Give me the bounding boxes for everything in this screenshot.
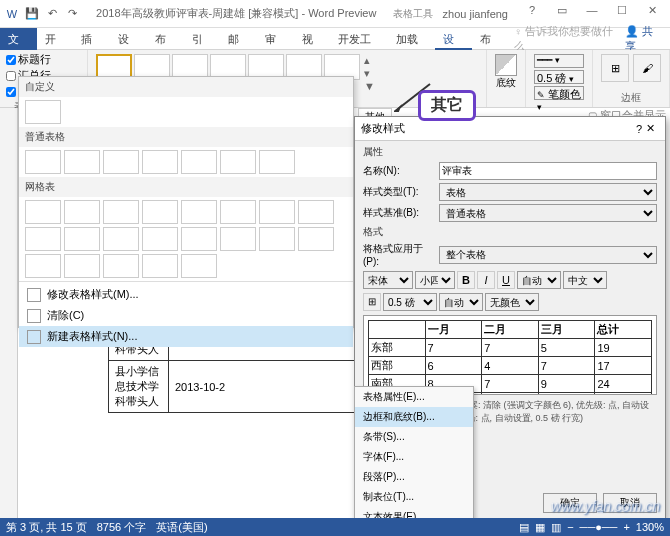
apply-select[interactable]: 整个表格 xyxy=(439,246,657,264)
border-btn[interactable]: ⊞ xyxy=(363,293,381,311)
word-icon: W xyxy=(4,6,20,22)
ribbon-opts-icon[interactable]: ▭ xyxy=(548,4,576,24)
tab-developer[interactable]: 开发工具 xyxy=(330,28,387,50)
menu-new-style[interactable]: 新建表格样式(N)... xyxy=(19,326,353,347)
ctx-tabs[interactable]: 制表位(T)... xyxy=(355,487,473,507)
tab-table-layout[interactable]: 布局 xyxy=(472,28,509,50)
ctx-banding[interactable]: 条带(S)... xyxy=(355,427,473,447)
tab-insert[interactable]: 插入 xyxy=(73,28,110,50)
tab-file[interactable]: 文件 xyxy=(0,28,37,50)
gallery-item[interactable] xyxy=(103,200,139,224)
close-icon[interactable]: ✕ xyxy=(638,4,666,24)
gallery-item[interactable] xyxy=(25,254,61,278)
gallery-item[interactable] xyxy=(64,150,100,174)
gallery-item[interactable] xyxy=(259,227,295,251)
ctx-table-props[interactable]: 表格属性(E)... xyxy=(355,387,473,407)
borders-button[interactable]: ⊞ xyxy=(601,54,629,82)
tab-view[interactable]: 视图 xyxy=(294,28,331,50)
gallery-item[interactable] xyxy=(181,150,217,174)
vertical-ruler xyxy=(0,108,18,518)
callout-other: 其它 xyxy=(418,90,476,121)
tab-table-design[interactable]: 设计 xyxy=(435,28,472,50)
gallery-more-icon[interactable]: ▴▾▼ xyxy=(362,54,377,92)
gallery-item[interactable] xyxy=(142,227,178,251)
view-read-icon[interactable]: ▤ xyxy=(519,521,529,534)
gallery-item[interactable] xyxy=(103,150,139,174)
ctx-font[interactable]: 字体(F)... xyxy=(355,447,473,467)
tab-review[interactable]: 审阅 xyxy=(257,28,294,50)
status-page[interactable]: 第 3 页, 共 15 页 xyxy=(6,520,87,535)
maximize-icon[interactable]: ☐ xyxy=(608,4,636,24)
ctx-paragraph[interactable]: 段落(P)... xyxy=(355,467,473,487)
gallery-item[interactable] xyxy=(103,254,139,278)
style-gallery-dropdown: 自定义 普通表格 网格表 修改表格样式(M)... 清除(C) 新建表格样式(N… xyxy=(18,76,354,328)
view-web-icon[interactable]: ▥ xyxy=(551,521,561,534)
status-lang[interactable]: 英语(美国) xyxy=(156,520,207,535)
redo-icon[interactable]: ↷ xyxy=(64,6,80,22)
gallery-item[interactable] xyxy=(298,200,334,224)
opt-header-row[interactable]: 标题行 xyxy=(6,52,81,67)
shading-button[interactable]: 底纹 xyxy=(493,52,519,92)
gallery-item[interactable] xyxy=(64,227,100,251)
base-select[interactable]: 普通表格 xyxy=(439,204,657,222)
pen-color-select[interactable]: ✎ 笔颜色▾ xyxy=(534,86,584,100)
minimize-icon[interactable]: — xyxy=(578,4,606,24)
lang-select[interactable]: 中文 xyxy=(563,271,607,289)
fill-select[interactable]: 无颜色 xyxy=(485,293,539,311)
border-weight-select[interactable]: 0.5 磅 ▾ xyxy=(534,70,584,84)
tab-addins[interactable]: 加载项 xyxy=(388,28,435,50)
gallery-item[interactable] xyxy=(220,150,256,174)
status-words[interactable]: 8756 个字 xyxy=(97,520,147,535)
border-painter-button[interactable]: 🖌 xyxy=(633,54,661,82)
tell-me[interactable]: ♀ 告诉我你想要做什么 xyxy=(508,24,617,54)
tab-design[interactable]: 设计 xyxy=(110,28,147,50)
underline-button[interactable]: U xyxy=(497,271,515,289)
gallery-item[interactable] xyxy=(181,200,217,224)
undo-icon[interactable]: ↶ xyxy=(44,6,60,22)
zoom-out-icon[interactable]: − xyxy=(567,521,573,533)
help-icon[interactable]: ? xyxy=(518,4,546,24)
name-input[interactable] xyxy=(439,162,657,180)
type-select[interactable]: 表格 xyxy=(439,183,657,201)
tab-home[interactable]: 开始 xyxy=(37,28,74,50)
font-select[interactable]: 宋体 xyxy=(363,271,413,289)
color-select[interactable]: 自动 xyxy=(517,271,561,289)
share-button[interactable]: 👤 共享 xyxy=(617,24,670,54)
menu-modify-style[interactable]: 修改表格样式(M)... xyxy=(19,284,353,305)
bold-button[interactable]: B xyxy=(457,271,475,289)
zoom-level[interactable]: 130% xyxy=(636,521,664,533)
gallery-item[interactable] xyxy=(181,227,217,251)
border-style-select[interactable]: ━━━ ▾ xyxy=(534,54,584,68)
gallery-item[interactable] xyxy=(142,254,178,278)
menu-clear[interactable]: 清除(C) xyxy=(19,305,353,326)
gallery-item[interactable] xyxy=(142,150,178,174)
tab-layout[interactable]: 布局 xyxy=(147,28,184,50)
gallery-item[interactable] xyxy=(64,254,100,278)
gallery-item[interactable] xyxy=(142,200,178,224)
gallery-item[interactable] xyxy=(103,227,139,251)
italic-button[interactable]: I xyxy=(477,271,495,289)
tab-references[interactable]: 引用 xyxy=(184,28,221,50)
gallery-item[interactable] xyxy=(64,200,100,224)
gallery-item[interactable] xyxy=(181,254,217,278)
gallery-item[interactable] xyxy=(25,100,61,124)
dialog-close-icon[interactable]: ✕ xyxy=(642,122,659,135)
ctx-borders-shading[interactable]: 边框和底纹(B)... xyxy=(355,407,473,427)
zoom-in-icon[interactable]: + xyxy=(623,521,629,533)
format-context-menu: 表格属性(E)... 边框和底纹(B)... 条带(S)... 字体(F)...… xyxy=(354,386,474,528)
gallery-item[interactable] xyxy=(259,200,295,224)
save-icon[interactable]: 💾 xyxy=(24,6,40,22)
gallery-item[interactable] xyxy=(298,227,334,251)
tab-mailings[interactable]: 邮件 xyxy=(220,28,257,50)
line-weight-select[interactable]: 0.5 磅 xyxy=(383,293,437,311)
gallery-item[interactable] xyxy=(220,200,256,224)
gallery-item[interactable] xyxy=(220,227,256,251)
gallery-item[interactable] xyxy=(25,150,61,174)
gallery-item[interactable] xyxy=(25,227,61,251)
svg-marker-1 xyxy=(394,104,402,112)
size-select[interactable]: 小四 xyxy=(415,271,455,289)
line-color-select[interactable]: 自动 xyxy=(439,293,483,311)
view-print-icon[interactable]: ▦ xyxy=(535,521,545,534)
gallery-item[interactable] xyxy=(25,200,61,224)
gallery-item[interactable] xyxy=(259,150,295,174)
